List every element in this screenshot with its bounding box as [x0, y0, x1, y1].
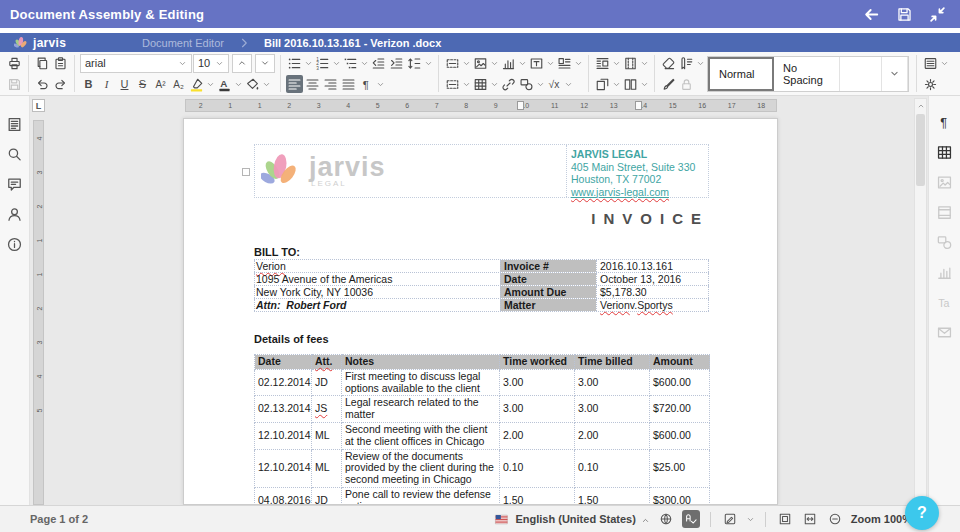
bold-button[interactable]: B [80, 75, 97, 93]
chevron-down-icon[interactable] [746, 512, 755, 526]
pilcrow-icon[interactable]: ¶ [936, 114, 953, 131]
hyperlink-button[interactable] [500, 75, 517, 93]
style-normal[interactable]: Normal [708, 57, 774, 91]
font-size-select[interactable]: 10 [193, 54, 229, 73]
spell-check-button[interactable] [682, 510, 700, 528]
highlight-color-button[interactable] [188, 75, 205, 93]
chevron-down-icon[interactable] [940, 56, 949, 70]
bullet-list-button[interactable] [286, 54, 303, 72]
chevron-down-icon[interactable] [206, 77, 215, 91]
chevron-down-icon[interactable] [612, 77, 621, 91]
shading-color-button[interactable] [244, 75, 261, 93]
align-left-button[interactable] [286, 75, 303, 93]
chevron-down-icon[interactable] [574, 56, 583, 70]
chevron-down-icon[interactable] [564, 77, 573, 91]
superscript-button[interactable]: A² [152, 75, 169, 93]
help-button[interactable]: ? [905, 496, 939, 530]
insert-shape-button[interactable] [518, 75, 535, 93]
settings-gear-button[interactable] [922, 75, 939, 93]
chevron-down-icon[interactable] [376, 77, 385, 91]
language-selector[interactable]: English (United States) [493, 513, 649, 526]
search-icon[interactable] [6, 146, 23, 163]
font-color-button[interactable]: A [216, 75, 233, 93]
table-icon[interactable] [936, 144, 953, 161]
clear-formatting-button[interactable] [660, 54, 677, 72]
increase-font-button[interactable] [232, 54, 252, 73]
fit-width-button[interactable] [801, 510, 819, 528]
align-center-button[interactable] [304, 75, 321, 93]
scrollbar-thumb[interactable] [916, 114, 925, 186]
chevron-down-icon[interactable] [640, 77, 649, 91]
user-icon[interactable] [6, 206, 23, 223]
chevron-down-icon[interactable] [462, 56, 471, 70]
save-icon[interactable] [896, 6, 913, 23]
tab-stop-selector[interactable]: L [32, 99, 45, 112]
tab-document-file[interactable]: Bill 2016.10.13.161 - Verizon .docx [250, 33, 455, 52]
document-page[interactable]: jarvis LEGAL JARVIS LEGAL 405 Main Stree… [183, 118, 778, 505]
underline-button[interactable]: U [116, 75, 133, 93]
set-language-globe-button[interactable] [657, 510, 675, 528]
chevron-down-icon[interactable] [490, 77, 499, 91]
paste-button[interactable] [52, 54, 69, 72]
chevron-down-icon[interactable] [536, 77, 545, 91]
strikethrough-button[interactable]: S [134, 75, 151, 93]
chevron-down-icon[interactable] [462, 77, 471, 91]
format-painter-button[interactable] [660, 75, 677, 93]
chevron-down-icon[interactable] [304, 56, 313, 70]
chevron-down-icon[interactable] [612, 56, 621, 70]
style-blank[interactable] [840, 57, 882, 91]
paragraph-styles-button[interactable] [678, 54, 695, 72]
cell-properties-button[interactable] [444, 75, 461, 93]
columns-button[interactable] [622, 75, 639, 93]
multilevel-list-button[interactable] [342, 54, 359, 72]
chevron-down-icon[interactable] [234, 77, 243, 91]
insert-textbox-button[interactable] [528, 54, 545, 72]
page-orientation-button[interactable] [594, 75, 611, 93]
chevron-down-icon[interactable] [262, 77, 271, 91]
chevron-down-icon[interactable] [360, 56, 369, 70]
chevron-down-icon[interactable] [696, 56, 705, 70]
decrease-indent-button[interactable] [370, 54, 387, 72]
font-name-select[interactable]: arial [80, 54, 192, 73]
chevron-down-icon[interactable] [518, 56, 527, 70]
undo-button[interactable] [34, 75, 51, 93]
print-button[interactable] [6, 54, 23, 72]
align-right-button[interactable] [322, 75, 339, 93]
table-move-handle[interactable] [242, 168, 250, 176]
collapse-icon[interactable] [929, 6, 946, 23]
track-changes-button[interactable] [721, 510, 739, 528]
view-mode-button[interactable] [922, 54, 939, 72]
subscript-button[interactable]: A₂ [170, 75, 187, 93]
zoom-out-button[interactable] [826, 510, 844, 528]
back-arrow-icon[interactable] [863, 6, 880, 23]
tab-document-editor[interactable]: Document Editor [128, 33, 238, 52]
insert-image-button[interactable] [472, 54, 489, 72]
company-website-link[interactable]: www.jarvis-legal.com [571, 186, 708, 199]
style-no-spacing[interactable]: No Spacing [774, 57, 840, 91]
decrease-font-button[interactable] [255, 54, 275, 73]
thumbnails-icon[interactable] [6, 116, 23, 133]
chevron-down-icon[interactable] [490, 56, 499, 70]
ruler-column-marker[interactable] [517, 101, 524, 110]
scroll-up-icon[interactable] [915, 99, 926, 112]
info-icon[interactable] [6, 236, 23, 253]
copy-button[interactable] [34, 54, 51, 72]
paragraph-marks-button[interactable]: ¶ [358, 75, 375, 93]
redo-button[interactable] [52, 75, 69, 93]
ruler-column-marker[interactable] [635, 101, 642, 110]
fit-page-button[interactable] [776, 510, 794, 528]
styles-gallery-expand[interactable] [882, 57, 908, 91]
page-margins-button[interactable] [622, 54, 639, 72]
line-spacing-button[interactable] [406, 54, 423, 72]
comment-icon[interactable] [6, 176, 23, 193]
dropcap-button[interactable] [556, 54, 573, 72]
text-wrap-button[interactable] [594, 54, 611, 72]
insert-chart-button[interactable] [500, 54, 517, 72]
chevron-down-icon[interactable] [332, 56, 341, 70]
chevron-down-icon[interactable] [546, 56, 555, 70]
increase-indent-button[interactable] [388, 54, 405, 72]
numbered-list-button[interactable]: 123 [314, 54, 331, 72]
insert-equation-button[interactable]: √x [546, 75, 563, 93]
italic-button[interactable]: I [98, 75, 115, 93]
chevron-down-icon[interactable] [424, 56, 433, 70]
